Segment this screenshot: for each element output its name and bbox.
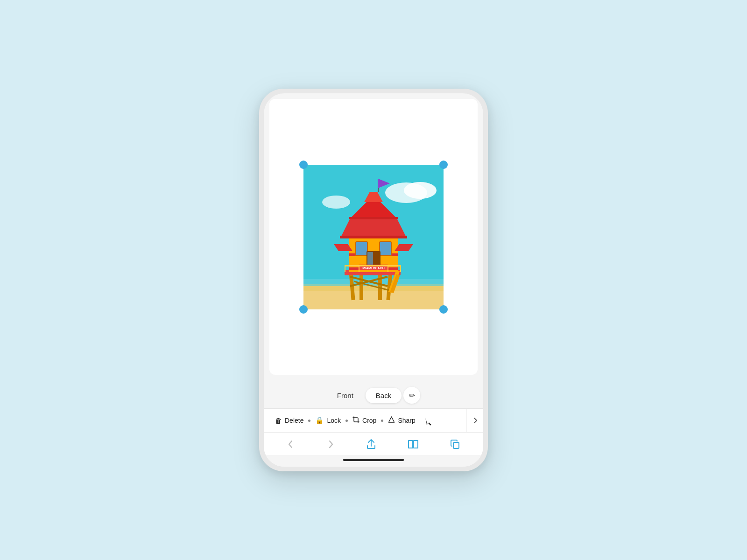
tabs-row: Front Back ✏ xyxy=(264,380,483,408)
svg-text:MIAMI BEACH: MIAMI BEACH xyxy=(362,266,384,270)
trash-icon: 🗑 xyxy=(275,417,282,425)
sharpen-icon xyxy=(388,416,395,425)
toolbar-crop[interactable]: Crop xyxy=(349,413,380,427)
photo-placeholder: MIAMI BEACH xyxy=(303,165,444,309)
bottom-section: Front Back ✏ 🗑 Delete 🔒 Lock xyxy=(264,380,483,467)
svg-rect-21 xyxy=(340,236,407,238)
nav-bar xyxy=(264,432,483,455)
separator-2 xyxy=(345,420,348,422)
toolbar-more-button[interactable] xyxy=(466,409,483,432)
svg-rect-38 xyxy=(359,265,359,272)
svg-rect-36 xyxy=(345,265,345,272)
lock-icon: 🔒 xyxy=(315,416,324,425)
svg-rect-42 xyxy=(453,442,459,448)
crop-handle-top-left[interactable] xyxy=(299,161,308,169)
home-bar xyxy=(343,459,404,461)
nav-book-button[interactable] xyxy=(403,437,423,451)
svg-rect-25 xyxy=(356,242,367,256)
nav-copy-button[interactable] xyxy=(445,437,465,451)
crop-handle-bottom-right[interactable] xyxy=(439,305,448,314)
tab-front[interactable]: Front xyxy=(327,388,364,403)
delete-label: Delete xyxy=(285,417,303,424)
crop-icon xyxy=(352,416,359,425)
tab-edit-button[interactable]: ✏ xyxy=(403,387,420,404)
svg-point-3 xyxy=(322,196,350,209)
svg-rect-35 xyxy=(345,265,401,266)
svg-rect-39 xyxy=(388,265,388,272)
lock-label: Lock xyxy=(327,417,341,424)
phone-inner: MIAMI BEACH xyxy=(264,93,483,467)
nav-forward-button[interactable] xyxy=(322,437,339,451)
phone-frame: MIAMI BEACH xyxy=(259,89,488,471)
toolbar-lock[interactable]: 🔒 Lock xyxy=(311,413,345,427)
nav-back-button[interactable] xyxy=(282,437,300,451)
toolbar-sharpen[interactable]: Sharp xyxy=(384,413,419,427)
spacer xyxy=(264,375,483,380)
toolbar: 🗑 Delete 🔒 Lock Crop xyxy=(264,408,483,432)
separator-1 xyxy=(308,420,310,422)
svg-rect-26 xyxy=(380,242,391,256)
crop-handle-bottom-left[interactable] xyxy=(299,305,308,314)
svg-marker-18 xyxy=(341,218,406,237)
cursor-indicator xyxy=(425,417,432,429)
toolbar-delete[interactable]: 🗑 Delete xyxy=(271,414,307,427)
svg-rect-37 xyxy=(400,265,401,272)
nav-share-button[interactable] xyxy=(361,437,381,451)
separator-3 xyxy=(381,420,383,422)
image-container[interactable]: MIAMI BEACH xyxy=(303,165,444,309)
tab-back[interactable]: Back xyxy=(366,388,402,403)
svg-point-2 xyxy=(404,182,437,199)
svg-rect-22 xyxy=(349,217,398,219)
crop-handle-top-right[interactable] xyxy=(439,161,448,169)
sharpen-label: Sharp xyxy=(398,417,415,424)
home-indicator xyxy=(264,455,483,467)
crop-label: Crop xyxy=(362,417,376,424)
canvas-area: MIAMI BEACH xyxy=(269,99,478,375)
